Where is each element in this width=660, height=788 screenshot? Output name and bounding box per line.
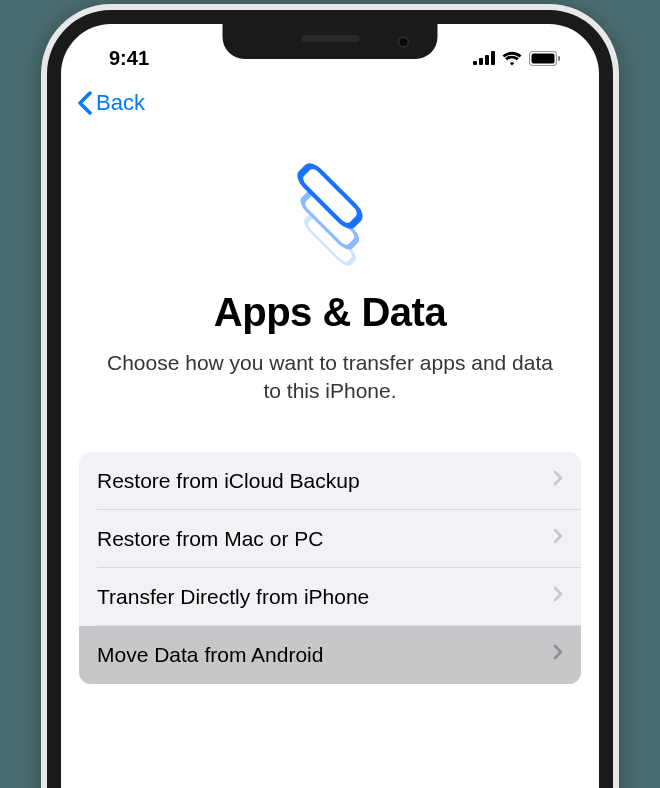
- page-title: Apps & Data: [96, 290, 564, 335]
- back-label: Back: [96, 90, 145, 116]
- notch-speaker-icon: [301, 35, 359, 42]
- chevron-right-icon: [553, 528, 563, 549]
- svg-rect-3: [491, 51, 495, 65]
- wifi-icon: [502, 51, 522, 66]
- battery-icon: [529, 51, 561, 66]
- status-time: 9:41: [109, 47, 149, 70]
- option-move-android[interactable]: Move Data from Android: [79, 626, 581, 684]
- option-label: Move Data from Android: [97, 643, 323, 667]
- phone-bezel: 9:41: [47, 10, 613, 788]
- hero-icon-area: [61, 124, 599, 290]
- phone-notch: [223, 24, 438, 59]
- option-label: Transfer Directly from iPhone: [97, 585, 369, 609]
- svg-rect-2: [485, 55, 489, 65]
- title-area: Apps & Data Choose how you want to trans…: [61, 290, 599, 406]
- status-icons: [473, 51, 561, 66]
- chevron-right-icon: [553, 470, 563, 491]
- chevron-left-icon: [77, 91, 92, 115]
- app-stack-icon: [275, 156, 385, 266]
- svg-rect-6: [558, 56, 560, 61]
- back-button[interactable]: Back: [77, 90, 145, 116]
- page-subtitle: Choose how you want to transfer apps and…: [96, 349, 564, 406]
- nav-bar: Back: [61, 76, 599, 124]
- phone-device-frame: 9:41: [41, 4, 619, 788]
- option-label: Restore from Mac or PC: [97, 527, 323, 551]
- notch-camera-icon: [398, 36, 410, 48]
- chevron-right-icon: [553, 644, 563, 665]
- option-restore-macpc[interactable]: Restore from Mac or PC: [79, 510, 581, 568]
- svg-rect-1: [479, 58, 483, 65]
- option-transfer-iphone[interactable]: Transfer Directly from iPhone: [79, 568, 581, 626]
- options-list: Restore from iCloud Backup Restore from …: [79, 452, 581, 684]
- svg-rect-5: [532, 53, 555, 63]
- option-label: Restore from iCloud Backup: [97, 469, 360, 493]
- chevron-right-icon: [553, 586, 563, 607]
- phone-screen: 9:41: [61, 24, 599, 788]
- cellular-signal-icon: [473, 51, 495, 65]
- svg-rect-0: [473, 61, 477, 65]
- option-restore-icloud[interactable]: Restore from iCloud Backup: [79, 452, 581, 510]
